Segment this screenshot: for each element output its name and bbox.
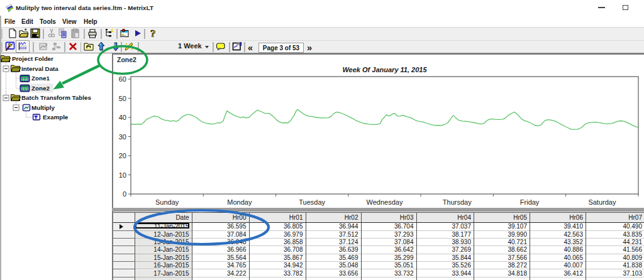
svg-text:?: ?	[150, 28, 156, 38]
